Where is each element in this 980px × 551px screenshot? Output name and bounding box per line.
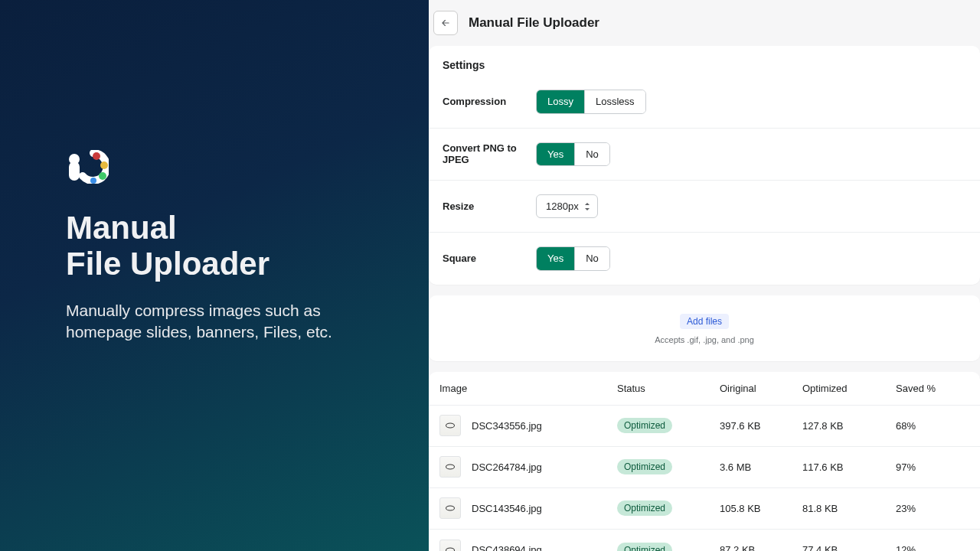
table-row: DSC264784.jpg Optimized 3.6 MB 117.6 KB … <box>429 447 980 488</box>
convert-no[interactable]: No <box>574 143 609 166</box>
svg-point-2 <box>93 152 100 160</box>
file-name: DSC264784.jpg <box>472 461 542 473</box>
status-badge: Optimized <box>617 500 672 516</box>
table-row: DSC438694.jpg Optimized 87.2 KB 77.4 KB … <box>429 530 980 551</box>
convert-label: Convert PNG to JPEG <box>443 142 536 165</box>
resize-label: Resize <box>443 201 536 212</box>
col-image: Image <box>439 383 617 394</box>
back-button[interactable] <box>433 11 458 35</box>
thumbnail-icon <box>439 497 461 519</box>
setting-convert: Convert PNG to JPEG Yes No <box>429 128 980 181</box>
saved-percent: 68% <box>896 420 957 432</box>
col-status: Status <box>617 383 720 394</box>
optimized-size: 117.6 KB <box>802 461 896 473</box>
compression-segmented: Lossy Lossless <box>536 90 646 114</box>
setting-square: Square Yes No <box>429 232 980 285</box>
dropzone[interactable]: Add files Accepts .gif, .jpg, and .png <box>429 295 980 361</box>
optimized-size: 77.4 KB <box>802 544 896 551</box>
topbar: Manual File Uploader <box>429 0 980 46</box>
svg-point-4 <box>99 172 106 180</box>
table-header: Image Status Oiriginal Optimized Saved % <box>429 372 980 406</box>
dropzone-card: Add files Accepts .gif, .jpg, and .png <box>429 295 980 361</box>
add-files-button[interactable]: Add files <box>680 314 729 329</box>
settings-heading: Settings <box>429 46 980 76</box>
original-size: 397.6 KB <box>720 420 802 432</box>
app-panel: Manual File Uploader Settings Compressio… <box>429 0 980 551</box>
square-label: Square <box>443 253 536 264</box>
table-row: DSC343556.jpg Optimized 397.6 KB 127.8 K… <box>429 406 980 447</box>
col-saved: Saved % <box>896 383 957 394</box>
table-row: DSC143546.jpg Optimized 105.8 KB 81.8 KB… <box>429 488 980 530</box>
saved-percent: 23% <box>896 503 957 514</box>
marketing-title: Manual File Uploader <box>66 210 398 282</box>
col-optimized: Optimized <box>802 383 896 394</box>
file-name: DSC438694.jpg <box>472 544 542 551</box>
app-logo-icon <box>66 150 109 184</box>
compression-lossless[interactable]: Lossless <box>584 90 645 113</box>
marketing-panel: Manual File Uploader Manually compress i… <box>0 0 429 551</box>
convert-yes[interactable]: Yes <box>537 143 574 166</box>
svg-point-5 <box>90 178 96 184</box>
thumbnail-icon <box>439 456 461 478</box>
convert-segmented: Yes No <box>536 142 610 167</box>
saved-percent: 12% <box>896 544 957 551</box>
square-yes[interactable]: Yes <box>537 247 574 270</box>
accepts-hint: Accepts .gif, .jpg, and .png <box>655 335 754 344</box>
optimized-size: 127.8 KB <box>802 420 896 432</box>
original-size: 105.8 KB <box>720 503 802 514</box>
arrow-left-icon <box>440 18 451 28</box>
square-no[interactable]: No <box>574 247 609 270</box>
status-badge: Optimized <box>617 418 672 433</box>
thumbnail-icon <box>439 415 461 436</box>
settings-card: Settings Compression Lossy Lossless Conv… <box>429 46 980 285</box>
marketing-subtitle: Manually compress images such as homepag… <box>66 300 357 344</box>
setting-compression: Compression Lossy Lossless <box>429 76 980 128</box>
page-title: Manual File Uploader <box>469 15 599 31</box>
col-original: Oiriginal <box>720 383 802 394</box>
square-segmented: Yes No <box>536 246 610 271</box>
file-name: DSC143546.jpg <box>472 503 542 514</box>
saved-percent: 97% <box>896 461 957 473</box>
optimized-size: 81.8 KB <box>802 503 896 514</box>
file-name: DSC343556.jpg <box>472 420 542 432</box>
setting-resize: Resize 1280px <box>429 180 980 232</box>
svg-rect-1 <box>69 161 80 181</box>
status-badge: Optimized <box>617 543 672 551</box>
status-badge: Optimized <box>617 459 672 474</box>
compression-lossy[interactable]: Lossy <box>537 90 584 113</box>
thumbnail-icon <box>439 540 461 551</box>
resize-select[interactable]: 1280px <box>536 194 598 218</box>
compression-label: Compression <box>443 96 536 107</box>
svg-point-3 <box>100 161 108 169</box>
resize-value: 1280px <box>546 201 579 212</box>
original-size: 87.2 KB <box>720 544 802 551</box>
original-size: 3.6 MB <box>720 461 802 473</box>
results-table: Image Status Oiriginal Optimized Saved %… <box>429 372 980 551</box>
